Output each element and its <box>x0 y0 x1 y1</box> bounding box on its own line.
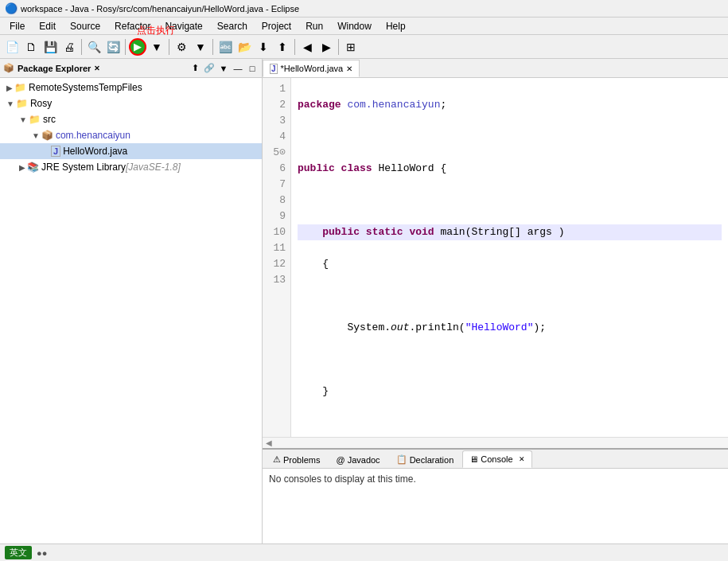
save-all-btn[interactable]: 💾 <box>41 38 59 56</box>
status-bar: 英文 ●● <box>0 543 728 561</box>
tree-arrow-package: ▼ <box>32 131 40 140</box>
package-explorer-icon: 📦 <box>3 63 14 73</box>
run-button[interactable]: ▶ <box>129 38 146 56</box>
menu-window[interactable]: Window <box>331 19 378 33</box>
console-text: No consoles to display at this time. <box>269 473 416 485</box>
sep4 <box>212 39 213 55</box>
tree-item-rosy[interactable]: ▼ 📁 Rosy <box>0 95 262 111</box>
tree-arrow-rosy: ▼ <box>6 99 14 108</box>
editor-tab-close[interactable]: ✕ <box>346 64 352 73</box>
menu-bar: File Edit Source Refactor Navigate Searc… <box>0 18 728 35</box>
new-dropdown-btn[interactable]: 📄 <box>3 38 21 56</box>
tab-problems-label: Problems <box>283 455 320 465</box>
folder-icon-remotesystems: 📁 <box>14 82 26 93</box>
perspective-btn[interactable]: ⊞ <box>342 38 360 56</box>
open-resource-btn[interactable]: 📂 <box>236 38 253 56</box>
package-explorer-tree: ▶ 📁 RemoteSystemsTempFiles ▼ 📁 Rosy ▼ 📁 … <box>0 78 262 543</box>
menu-edit[interactable]: Edit <box>33 19 62 33</box>
collapse-all-btn[interactable]: ⬆ <box>189 62 201 75</box>
menu-file[interactable]: File <box>3 19 31 33</box>
print-btn[interactable]: 🖨 <box>60 38 78 56</box>
console-icon: 🖥 <box>469 454 478 464</box>
tab-javadoc[interactable]: @ Javadoc <box>329 450 387 468</box>
forward-btn[interactable]: ▶ <box>317 38 335 56</box>
new-btn2[interactable]: 🗋 <box>22 38 40 56</box>
java-file-icon: J <box>51 146 60 157</box>
status-dots: ●● <box>37 548 47 558</box>
project-icon-rosy: 📁 <box>16 98 28 109</box>
left-panel: 📦 Package Explorer ✕ ⬆ 🔗 ▼ — □ ▶ 📁 Remot… <box>0 59 263 543</box>
tree-item-src[interactable]: ▼ 📁 src <box>0 111 262 127</box>
library-icon-jre: 📚 <box>27 162 39 173</box>
tree-label-helloword: HelloWord.java <box>63 146 127 157</box>
external-tools-btn[interactable]: ⚙ <box>173 38 190 56</box>
editor-tab-helloword[interactable]: J *HelloWord.java ✕ <box>263 60 360 77</box>
title-text: workspace - Java - Rosy/src/com/henancai… <box>21 4 299 14</box>
code-line-7 <box>298 288 722 304</box>
tab-console[interactable]: 🖥 Console ✕ <box>462 450 531 468</box>
editor-tab-title: *HelloWord.java <box>281 64 344 73</box>
open-type-btn[interactable]: 🔤 <box>216 38 234 56</box>
java-tab-icon: J <box>270 64 278 74</box>
scroll-left-arrow[interactable]: ◀ <box>266 438 272 447</box>
tab-declaration[interactable]: 📋 Declaration <box>389 450 461 468</box>
tab-problems[interactable]: ⚠ Problems <box>266 450 327 468</box>
code-line-4 <box>298 193 722 208</box>
code-line-9 <box>298 352 722 368</box>
back-btn[interactable]: ◀ <box>298 38 316 56</box>
tree-item-jre[interactable]: ▶ 📚 JRE System Library [JavaSE-1.8] <box>0 159 262 175</box>
next-annotation-btn[interactable]: ⬇ <box>255 38 272 56</box>
declaration-icon: 📋 <box>396 454 407 465</box>
debug-dropdown-btn[interactable]: ▼ <box>148 38 165 56</box>
right-panel: J *HelloWord.java ✕ 1 2 3 4 5⊙ 6 7 8 9 1… <box>263 59 728 543</box>
code-editor[interactable]: 1 2 3 4 5⊙ 6 7 8 9 10 11 12 13 package c… <box>263 78 728 437</box>
main-layout: 📦 Package Explorer ✕ ⬆ 🔗 ▼ — □ ▶ 📁 Remot… <box>0 59 728 543</box>
tree-item-package[interactable]: ▼ 📦 com.henancaiyun <box>0 127 262 143</box>
menu-project[interactable]: Project <box>255 19 298 33</box>
console-content: No consoles to display at this time. <box>263 469 728 543</box>
refresh-btn[interactable]: 🔄 <box>104 38 122 56</box>
code-line-1: package com.henancaiyun; <box>298 97 722 113</box>
maximize-btn[interactable]: □ <box>246 62 259 75</box>
tree-label-src: src <box>43 114 56 125</box>
code-line-10: } <box>298 384 722 399</box>
menu-run[interactable]: Run <box>299 19 329 33</box>
tab-declaration-label: Declaration <box>410 455 454 465</box>
search-file-btn[interactable]: 🔍 <box>85 38 103 56</box>
title-bar: 🔵 workspace - Java - Rosy/src/com/henanc… <box>0 0 728 18</box>
menu-navigate[interactable]: Navigate <box>158 19 208 33</box>
status-lang: 英文 <box>5 546 32 559</box>
external-dropdown-btn[interactable]: ▼ <box>192 38 209 56</box>
code-line-6: { <box>298 256 722 272</box>
javadoc-icon: @ <box>336 455 345 465</box>
horizontal-scrollbar[interactable]: ◀ <box>263 437 728 448</box>
tree-label-jre: JRE System Library <box>41 162 126 173</box>
tree-label-remotesystems: RemoteSystemsTempFiles <box>29 82 142 93</box>
code-content[interactable]: package com.henancaiyun; public class He… <box>291 78 728 437</box>
editor-tabs: J *HelloWord.java ✕ <box>263 59 728 78</box>
package-explorer-header: 📦 Package Explorer ✕ ⬆ 🔗 ▼ — □ <box>0 59 262 78</box>
menu-search[interactable]: Search <box>211 19 254 33</box>
sep6 <box>338 39 339 55</box>
menu-source[interactable]: Source <box>64 19 107 33</box>
package-icon: 📦 <box>41 130 53 141</box>
tree-arrow-src: ▼ <box>19 115 27 124</box>
code-line-8: System.out.println("HelloWord"); <box>298 320 722 336</box>
view-menu-btn[interactable]: ▼ <box>217 62 230 75</box>
minimize-btn[interactable]: — <box>232 62 244 75</box>
toolbar: 📄 🗋 💾 🖨 🔍 🔄 ▶ 点击执行 ▼ ⚙ ▼ 🔤 📂 ⬇ ⬆ ◀ ▶ ⊞ <box>0 35 728 59</box>
tree-label-rosy: Rosy <box>30 98 52 109</box>
prev-annotation-btn[interactable]: ⬆ <box>274 38 291 56</box>
panel-header-actions: ⬆ 🔗 ▼ — □ <box>189 62 259 75</box>
tree-item-remotesystems[interactable]: ▶ 📁 RemoteSystemsTempFiles <box>0 80 262 95</box>
tree-item-helloword[interactable]: J HelloWord.java <box>0 143 262 159</box>
sep5 <box>294 39 295 55</box>
menu-help[interactable]: Help <box>380 19 412 33</box>
link-with-editor-btn[interactable]: 🔗 <box>203 62 216 75</box>
code-line-11 <box>298 415 722 431</box>
menu-refactor[interactable]: Refactor <box>108 19 157 33</box>
sep2 <box>125 39 126 55</box>
code-line-3: public class HelloWord { <box>298 161 722 177</box>
sep3 <box>169 39 169 55</box>
console-close-icon[interactable]: ✕ <box>519 455 525 463</box>
